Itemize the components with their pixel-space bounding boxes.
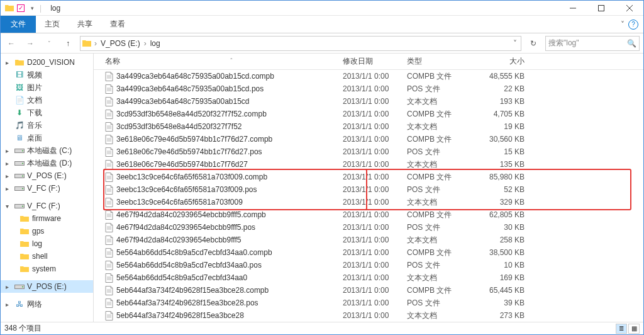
table-row[interactable]: 5eb644af3a734f24b9628f15ea3bce28.compb20… <box>94 284 643 297</box>
sidebar-item[interactable]: 🖥桌面 <box>1 132 93 144</box>
breadcrumb[interactable]: log <box>148 39 163 48</box>
drive-icon <box>14 183 25 193</box>
sidebar-item[interactable]: shell <box>1 250 93 263</box>
help-icon[interactable]: ? <box>628 20 638 30</box>
expander-icon[interactable]: ▾ <box>6 203 12 210</box>
ribbon-tab-home[interactable]: 主页 <box>36 16 69 33</box>
file-list[interactable]: 3a4499ca3eb64a648c75935a00ab15cd.compb20… <box>94 70 643 322</box>
column-header-name[interactable]: 名称 ˆ <box>105 56 343 67</box>
sidebar-item[interactable]: 🎞视频 <box>1 69 93 81</box>
close-button[interactable] <box>615 1 643 16</box>
sidebar-item[interactable]: ▸D200_VISION <box>1 56 93 69</box>
nav-recent-dropdown[interactable]: ˅ <box>42 37 56 50</box>
sort-indicator-icon: ˆ <box>230 58 232 65</box>
sidebar-item[interactable]: firmware <box>1 212 93 225</box>
table-row[interactable]: 3eebc13c9ce64c6fa65f6581a703f009.compb20… <box>94 171 643 183</box>
search-icon: 🔍 <box>627 39 636 48</box>
drive-icon <box>14 171 25 181</box>
table-row[interactable]: 5e564ab66dd54c8b9a5cd7ecbfd34aa0.compb20… <box>94 246 643 259</box>
sidebar-item[interactable]: gps <box>1 225 93 237</box>
table-row[interactable]: 3e618e06c79e46d5b5974bb1c7f76d27.compb20… <box>94 133 643 145</box>
nav-up-button[interactable]: ↑ <box>61 37 75 50</box>
table-row[interactable]: 3eebc13c9ce64c6fa65f6581a703f009.pos2013… <box>94 183 643 196</box>
expander-icon[interactable]: ▸ <box>6 59 12 66</box>
refresh-button[interactable]: ↻ <box>526 39 540 48</box>
expander-icon[interactable]: ▸ <box>6 185 12 192</box>
maximize-button[interactable] <box>587 1 615 16</box>
sidebar-item-label: 下载 <box>27 108 42 118</box>
file-icon <box>105 261 116 270</box>
table-row[interactable]: 3cd953df3b6548e8a44d520f327f7f522013/1/1… <box>94 120 643 133</box>
file-icon <box>105 122 116 132</box>
ribbon-file-tab[interactable]: 文件 <box>1 16 36 33</box>
sidebar-item[interactable]: ⬇下载 <box>1 106 93 119</box>
sidebar-item[interactable]: 🖼图片 <box>1 81 93 94</box>
checkbox-icon[interactable]: ✓ <box>17 4 25 12</box>
sidebar-item[interactable]: 🎵音乐 <box>1 119 93 132</box>
file-icon <box>105 210 116 220</box>
file-type: POS 文件 <box>407 298 476 309</box>
sidebar-item[interactable]: ▸V_POS (E:) <box>1 280 93 293</box>
table-row[interactable]: 5eb644af3a734f24b9628f15ea3bce28.pos2013… <box>94 297 643 309</box>
table-row[interactable]: 5e564ab66dd54c8b9a5cd7ecbfd34aa0.pos2013… <box>94 259 643 271</box>
file-type: 文本文档 <box>407 310 476 321</box>
table-row[interactable]: 5e564ab66dd54c8b9a5cd7ecbfd34aa02013/1/1… <box>94 271 643 284</box>
file-name: 5eb644af3a734f24b9628f15ea3bce28.pos <box>116 298 343 307</box>
minimize-button[interactable] <box>558 1 587 16</box>
column-header-type[interactable]: 类型 <box>407 56 476 67</box>
table-row[interactable]: 5eb644af3a734f24b9628f15ea3bce282013/1/1… <box>94 309 643 322</box>
ribbon-tab-view[interactable]: 查看 <box>101 16 134 33</box>
nav-forward-button[interactable]: → <box>23 37 37 50</box>
column-header-date[interactable]: 修改日期 <box>343 56 407 67</box>
expander-icon[interactable]: ▸ <box>6 160 12 167</box>
sidebar-item[interactable]: ▸🖧网络 <box>1 298 93 310</box>
address-dropdown-icon[interactable]: ˅ <box>509 39 521 48</box>
file-type: POS 文件 <box>407 185 476 195</box>
expander-icon[interactable]: ▸ <box>6 283 12 290</box>
table-row[interactable]: 3a4499ca3eb64a648c75935a00ab15cd2013/1/1… <box>94 95 643 108</box>
address-bar[interactable]: › V_POS (E:) › log ˅ <box>80 36 521 51</box>
details-view-button[interactable]: ≣ <box>616 324 627 334</box>
qat-dropdown-icon[interactable]: ▾ <box>27 3 37 13</box>
nav-back-button[interactable]: ← <box>4 37 18 50</box>
file-type: 文本文档 <box>407 273 476 283</box>
sidebar-item[interactable]: system <box>1 263 93 275</box>
sidebar-item[interactable]: ▸V_POS (E:) <box>1 169 93 182</box>
table-row[interactable]: 4e67f94d2da84c02939654ebcbb9fff5.compb20… <box>94 208 643 221</box>
table-row[interactable]: 3eebc13c9ce64c6fa65f6581a703f0092013/1/1… <box>94 196 643 208</box>
folder-icon <box>19 213 30 224</box>
file-date: 2013/1/1 0:00 <box>343 210 407 219</box>
sidebar-item[interactable]: ▾V_FC (F:) <box>1 200 93 212</box>
file-type: COMPB 文件 <box>407 247 476 258</box>
breadcrumb-sep[interactable]: › <box>143 39 148 48</box>
breadcrumb-sep[interactable]: › <box>93 39 98 48</box>
expander-icon[interactable]: ▸ <box>6 147 12 154</box>
file-date: 2013/1/1 0:00 <box>343 261 407 270</box>
table-row[interactable]: 3e618e06c79e46d5b5974bb1c7f76d272013/1/1… <box>94 158 643 171</box>
icons-view-button[interactable]: ▦ <box>628 324 640 334</box>
ribbon-tab-share[interactable]: 共享 <box>69 16 101 33</box>
sidebar-item[interactable]: log <box>1 237 93 250</box>
address-folder-icon <box>80 40 93 47</box>
file-icon <box>105 173 116 182</box>
table-row[interactable]: 4e67f94d2da84c02939654ebcbb9fff5.pos2013… <box>94 221 643 234</box>
column-header-size[interactable]: 大小 <box>476 56 536 67</box>
sidebar-item-label: V_POS (E:) <box>27 282 67 291</box>
expander-icon[interactable]: ▸ <box>6 301 12 308</box>
table-row[interactable]: 3a4499ca3eb64a648c75935a00ab15cd.compb20… <box>94 70 643 82</box>
ribbon-collapse-icon[interactable]: ˅ <box>621 20 625 29</box>
sidebar-item[interactable]: ▸本地磁盘 (D:) <box>1 157 93 169</box>
sidebar-item[interactable]: ▸本地磁盘 (C:) <box>1 144 93 157</box>
view-toggle: ≣ ▦ <box>616 324 640 334</box>
table-row[interactable]: 3a4499ca3eb64a648c75935a00ab15cd.pos2013… <box>94 82 643 95</box>
table-row[interactable]: 4e67f94d2da84c02939654ebcbb9fff52013/1/1… <box>94 234 643 246</box>
expander-icon[interactable]: ▸ <box>6 173 12 179</box>
sidebar-item[interactable]: ▸V_FC (F:) <box>1 182 93 195</box>
search-input[interactable]: 搜索"log" 🔍 <box>545 36 640 51</box>
navigation-pane[interactable]: ▸D200_VISION🎞视频🖼图片📄文档⬇下载🎵音乐🖥桌面▸本地磁盘 (C:)… <box>1 54 94 322</box>
table-row[interactable]: 3cd953df3b6548e8a44d520f327f7f52.compb20… <box>94 108 643 120</box>
table-row[interactable]: 3e618e06c79e46d5b5974bb1c7f76d27.pos2013… <box>94 145 643 158</box>
sidebar-item[interactable]: 📄文档 <box>1 94 93 106</box>
file-size: 15 KB <box>476 147 536 156</box>
breadcrumb[interactable]: V_POS (E:) <box>98 39 143 48</box>
